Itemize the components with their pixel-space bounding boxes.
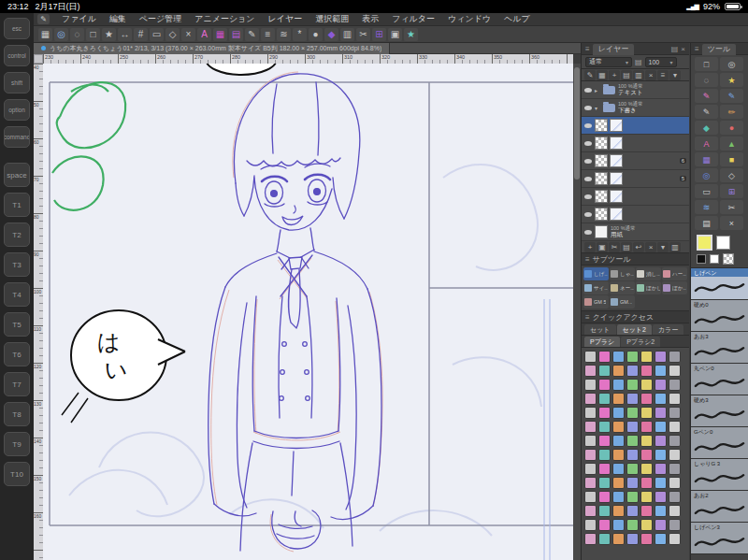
edge-key[interactable]: space — [4, 163, 30, 187]
layer-command-icon[interactable]: × — [645, 70, 656, 80]
toolbar-icon[interactable]: ↔ — [118, 28, 132, 41]
tool-icon[interactable]: ▤ — [695, 216, 718, 230]
quick-access-item[interactable] — [626, 421, 639, 433]
visibility-eye-icon[interactable] — [584, 212, 592, 217]
quick-access-item[interactable] — [654, 505, 667, 517]
quick-access-item[interactable] — [640, 435, 653, 447]
quick-access-item[interactable] — [584, 463, 597, 475]
panel-close-icon[interactable]: × — [681, 45, 685, 53]
quick-access-item[interactable] — [654, 365, 667, 377]
app-icon[interactable]: ✎ — [37, 14, 50, 24]
quick-access-item[interactable] — [640, 365, 653, 377]
quick-access-item[interactable] — [612, 533, 625, 545]
brush-item[interactable]: 丸ペン0 — [691, 364, 748, 395]
quick-access-item[interactable] — [612, 393, 625, 405]
layer-command-icon[interactable]: + — [584, 242, 596, 252]
quick-access-item[interactable] — [626, 505, 639, 517]
quick-access-item[interactable] — [654, 435, 667, 447]
quick-access-item[interactable] — [598, 351, 611, 363]
quick-access-item[interactable] — [669, 477, 681, 489]
quick-access-item[interactable] — [584, 505, 597, 517]
toolbar-icon[interactable]: * — [293, 28, 307, 41]
menu-item[interactable]: 選択範囲 — [309, 13, 355, 25]
quick-access-item[interactable] — [584, 351, 597, 363]
tab-tool[interactable]: ツール — [702, 44, 736, 55]
layer-command-icon[interactable]: ▤ — [621, 70, 632, 80]
layer-command-icon[interactable]: ▾ — [669, 70, 681, 80]
quick-access-item[interactable] — [612, 477, 625, 489]
quick-access-item[interactable] — [598, 421, 611, 433]
toolbar-icon[interactable]: ✎ — [245, 28, 259, 41]
quick-access-item[interactable] — [584, 393, 597, 405]
sub-color-swatch[interactable] — [716, 236, 730, 250]
quick-access-item[interactable] — [626, 379, 639, 391]
quick-access-item[interactable] — [669, 351, 681, 363]
brush-item[interactable]: Gペン0 — [691, 427, 748, 459]
edge-key[interactable]: command — [4, 126, 30, 148]
expand-arrow-icon[interactable]: ▾ — [595, 105, 600, 111]
quick-access-item[interactable] — [584, 477, 597, 489]
quick-access-item[interactable] — [598, 407, 611, 419]
quick-access-subtab[interactable]: Pブラシ — [584, 337, 620, 347]
menu-item[interactable]: ファイル — [55, 13, 103, 25]
tool-icon[interactable]: ● — [720, 121, 743, 135]
quick-access-item[interactable] — [640, 421, 653, 433]
quick-access-item[interactable] — [654, 379, 667, 391]
layer-command-icon[interactable]: ▥ — [669, 242, 681, 252]
quick-access-item[interactable] — [598, 365, 611, 377]
brush-item[interactable]: しげペン3 — [691, 523, 748, 554]
quick-access-item[interactable] — [640, 449, 653, 461]
tool-icon[interactable]: ⊞ — [720, 184, 743, 198]
quick-access-item[interactable] — [584, 449, 597, 461]
layer-command-icon[interactable]: ▥ — [633, 70, 644, 80]
tool-icon[interactable]: ✎ — [720, 89, 743, 103]
menu-item[interactable]: アニメーション — [188, 13, 261, 25]
quick-access-item[interactable] — [598, 491, 611, 503]
quick-access-item[interactable] — [626, 351, 639, 363]
quick-access-item[interactable] — [669, 365, 681, 377]
toolbar-icon[interactable]: □ — [86, 28, 100, 41]
white-color-chip[interactable] — [710, 254, 719, 264]
quick-access-item[interactable] — [626, 449, 639, 461]
quick-access-item[interactable] — [640, 351, 653, 363]
panel-menu-icon[interactable]: ≡ — [695, 45, 699, 53]
canvas-document[interactable]: は い — [43, 64, 573, 560]
quick-access-item[interactable] — [654, 477, 667, 489]
layer-command-icon[interactable]: ≡ — [657, 70, 669, 80]
tool-icon[interactable]: ▦ — [695, 152, 718, 166]
layer-command-icon[interactable]: ✎ — [584, 70, 596, 80]
quick-access-item[interactable] — [669, 393, 681, 405]
subtool-item[interactable]: GM 5 — [583, 295, 609, 309]
black-color-chip[interactable] — [697, 254, 706, 264]
quick-access-item[interactable] — [654, 463, 667, 475]
tool-icon[interactable]: ▲ — [720, 136, 743, 151]
quick-access-item[interactable] — [626, 393, 639, 405]
edge-key[interactable]: T5 — [4, 312, 30, 337]
tool-icon[interactable]: ◎ — [720, 57, 743, 71]
toolbar-icon[interactable]: ▦ — [38, 28, 52, 41]
toolbar-icon[interactable]: # — [134, 28, 148, 41]
quick-access-item[interactable] — [640, 393, 653, 405]
quick-access-tab[interactable]: カラー — [653, 324, 683, 335]
layer-command-icon[interactable]: ↩ — [633, 242, 644, 252]
quick-access-item[interactable] — [626, 519, 639, 531]
quick-access-item[interactable] — [654, 519, 667, 531]
edge-key[interactable]: option — [4, 99, 30, 121]
edge-key[interactable]: shift — [4, 72, 30, 93]
edge-key[interactable]: T6 — [4, 342, 30, 366]
quick-access-item[interactable] — [612, 519, 625, 531]
quick-access-item[interactable] — [584, 533, 597, 545]
layer-row[interactable]: ▸ 100 %通常 テキスト — [582, 81, 689, 99]
visibility-eye-icon[interactable] — [584, 159, 592, 164]
blend-mode-select[interactable]: 通常▾ — [585, 57, 632, 67]
quick-access-item[interactable] — [654, 491, 667, 503]
toolbar-icon[interactable]: ◌ — [70, 28, 84, 41]
edge-key[interactable]: T7 — [4, 372, 30, 396]
panel-menu-icon[interactable]: ≡ — [585, 45, 590, 53]
subtool-item[interactable]: しげ... — [583, 267, 609, 280]
quick-access-item[interactable] — [669, 505, 681, 517]
quick-access-item[interactable] — [598, 477, 611, 489]
quick-access-item[interactable] — [598, 533, 611, 545]
layer-row[interactable]: 6 — [582, 152, 689, 170]
quick-access-item[interactable] — [626, 477, 639, 489]
